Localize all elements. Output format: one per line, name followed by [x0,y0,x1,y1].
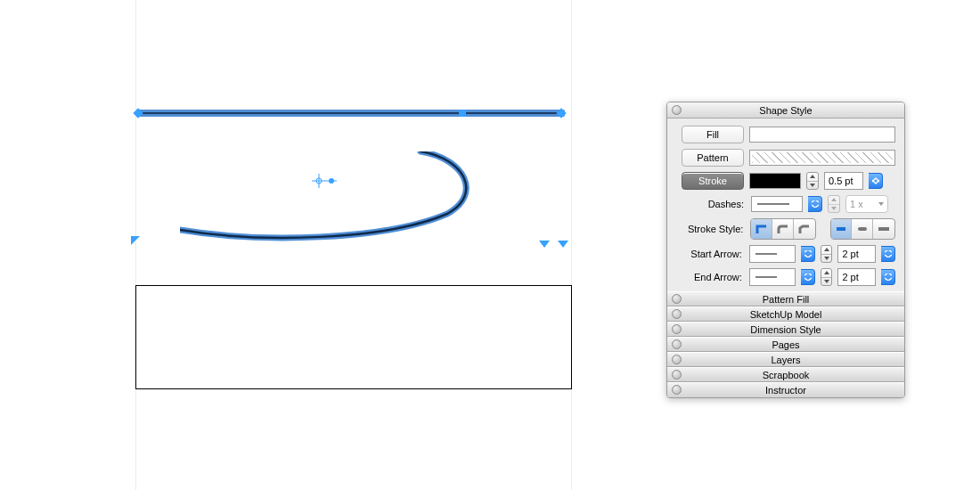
section-toggle-icon [672,309,682,319]
selected-line-object[interactable] [138,110,565,117]
svg-rect-6 [878,227,889,231]
corner-round-option[interactable] [772,219,794,239]
end-arrow-label: End Arrow: [676,272,744,282]
start-arrow-input[interactable]: 2 pt [837,245,876,263]
dashes-dropdown-button[interactable] [808,196,822,212]
section-toggle-icon [672,294,682,304]
start-arrow-dropdown-button[interactable] [801,246,815,262]
section-toggle-icon [672,339,682,349]
start-arrow-row: Start Arrow: 2 pt [676,245,895,263]
selected-curve-object[interactable] [180,151,474,258]
section-header-scrapbook[interactable]: Scrapbook [667,367,904,382]
selection-corner-handle[interactable] [539,241,550,248]
stroke-row: Stroke 0.5 pt [676,172,895,190]
start-arrow-size-dropdown[interactable] [881,246,895,262]
corner-miter-option[interactable] [751,219,772,239]
inspector-panel: Shape Style Fill Pattern Stroke [666,102,905,398]
fill-toggle-button[interactable]: Fill [682,126,744,143]
stroke-weight-dropdown[interactable] [869,173,883,189]
svg-rect-4 [837,227,845,231]
section-toggle-icon [672,385,682,395]
stroke-style-row: Stroke Style: [676,218,895,240]
start-arrow-stepper[interactable] [821,245,833,263]
end-arrow-row: End Arrow: 2 pt [676,268,895,286]
end-arrow-dropdown-button[interactable] [801,269,815,285]
dashes-multiplier-dropdown[interactable]: 1 x [845,195,888,213]
dashes-dropdown[interactable] [751,196,803,212]
end-arrow-input[interactable]: 2 pt [837,268,876,286]
rectangle-object[interactable] [135,285,572,389]
stroke-weight-stepper[interactable] [806,172,819,190]
dashes-label: Dashes: [676,199,746,209]
stroke-toggle-button[interactable]: Stroke [682,172,744,190]
stroke-style-label: Stroke Style: [676,224,745,234]
stroke-color-well[interactable] [749,173,801,189]
pattern-row: Pattern [676,149,895,167]
cap-butt-option[interactable] [831,219,853,239]
end-arrow-dropdown[interactable] [749,268,796,286]
end-arrow-size-dropdown[interactable] [881,269,895,285]
section-toggle-icon [672,370,682,380]
line-midpoint-handle[interactable] [459,110,466,117]
section-toggle-icon [672,355,682,364]
section-toggle-icon [672,324,682,334]
stroke-weight-input[interactable]: 0.5 pt [824,172,863,190]
dashes-row: Dashes: 1 x [676,195,895,213]
section-header-sketchup-model[interactable]: SketchUp Model [667,306,904,322]
shape-style-body: Fill Pattern Stroke 0.5 pt [667,118,904,291]
section-header-pattern-fill[interactable]: Pattern Fill [667,291,904,306]
section-header-dimension-style[interactable]: Dimension Style [667,322,904,337]
canvas[interactable] [0,0,624,490]
fill-row: Fill [676,126,895,143]
pattern-toggle-button[interactable]: Pattern [682,149,744,167]
svg-rect-5 [858,227,867,231]
section-header-pages[interactable]: Pages [667,337,904,352]
cap-round-option[interactable] [852,219,873,239]
line-stroke [138,112,565,114]
selection-corner-handle[interactable] [558,241,568,248]
section-header-instructor[interactable]: Instructor [667,382,904,397]
start-arrow-label: Start Arrow: [676,249,744,259]
cap-square-option[interactable] [873,219,894,239]
start-arrow-dropdown[interactable] [749,245,796,263]
pattern-swatch[interactable] [749,150,895,166]
cap-style-segmented[interactable] [830,218,895,240]
section-header-layers[interactable]: Layers [667,352,904,367]
corner-bevel-option[interactable] [794,219,815,239]
selection-corner-handle[interactable] [131,236,140,245]
panel-close-button[interactable] [672,105,682,115]
dashes-multiplier-stepper[interactable] [828,195,840,213]
panel-title-bar[interactable]: Shape Style [667,102,904,118]
chevron-down-icon [878,202,884,206]
fill-color-well[interactable] [749,127,895,143]
panel-title: Shape Style [759,105,812,116]
end-arrow-stepper[interactable] [821,268,833,286]
corner-style-segmented[interactable] [750,218,815,240]
